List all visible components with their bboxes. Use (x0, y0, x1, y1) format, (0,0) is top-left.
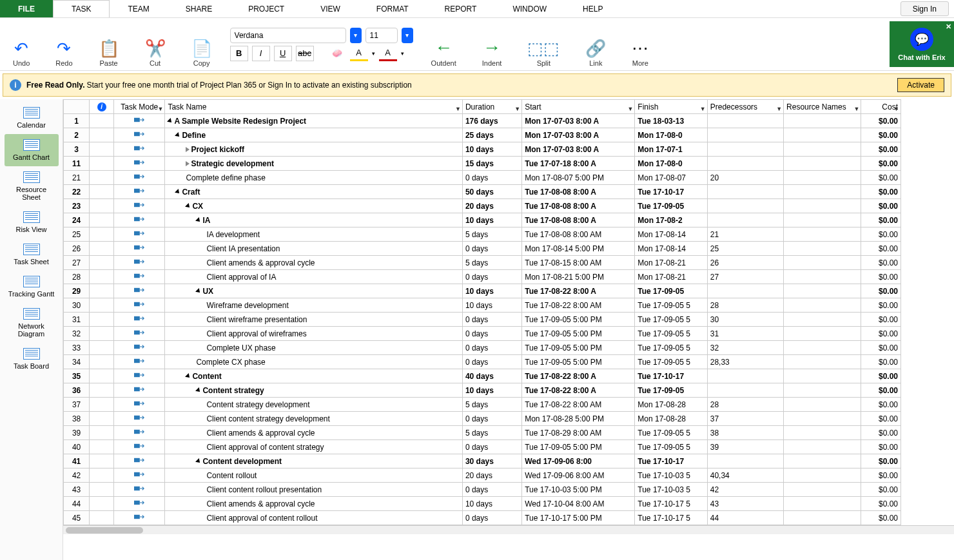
filter-icon[interactable]: ▼ (455, 106, 461, 112)
activate-button[interactable]: Activate (897, 78, 944, 92)
cell[interactable]: 33 (64, 341, 90, 355)
column-header[interactable]: Finish▼ (635, 100, 707, 114)
cell[interactable]: Mon 17-08-28 (635, 398, 707, 412)
cell[interactable]: Mon 17-08-28 5:00 PM (522, 412, 635, 426)
cell[interactable]: 30 (707, 313, 783, 327)
column-header[interactable]: i (90, 100, 114, 114)
font-size-select[interactable] (365, 28, 398, 43)
cell[interactable] (90, 242, 114, 256)
filter-icon[interactable]: ▼ (776, 106, 782, 112)
cell[interactable] (90, 313, 114, 327)
cell[interactable] (90, 213, 114, 227)
cell[interactable]: $0.00 (861, 341, 901, 355)
outdent-group[interactable]: ← Outdent (418, 21, 469, 67)
menu-help[interactable]: HELP (565, 0, 621, 17)
cell[interactable]: 5 days (462, 227, 521, 242)
task-table[interactable]: iTask Mode▼Task Name▼Duration▼Start▼Fini… (63, 99, 901, 525)
cell[interactable]: Mon 17-07-1 (635, 142, 707, 157)
cell[interactable]: 37 (64, 398, 90, 412)
cell[interactable]: Tue 17-08-08 8:00 A (522, 213, 635, 227)
cell[interactable]: Client content strategy development (165, 412, 463, 426)
cell[interactable] (707, 383, 783, 398)
cell[interactable] (784, 270, 861, 284)
cell[interactable]: 176 days (462, 114, 521, 128)
filter-icon[interactable]: ▼ (893, 106, 899, 112)
cell[interactable] (707, 157, 783, 171)
cell[interactable]: Wireframe development (165, 298, 463, 313)
cell[interactable]: Mon 17-08-0 (635, 128, 707, 142)
cell[interactable]: Mon 17-08-14 (635, 227, 707, 242)
cell[interactable]: $0.00 (861, 497, 901, 511)
cell[interactable] (90, 270, 114, 284)
cell[interactable]: Tue 17-10-17 5 (635, 497, 707, 511)
cell[interactable]: Mon 17-08-14 5:00 PM (522, 242, 635, 256)
cell[interactable]: 31 (707, 327, 783, 341)
cell[interactable]: 10 days (462, 298, 521, 313)
cell[interactable]: 10 days (462, 383, 521, 398)
cell[interactable] (784, 185, 861, 199)
table-row[interactable]: 33Complete UX phase0 daysTue 17-09-05 5:… (64, 341, 901, 355)
cell[interactable] (114, 142, 165, 157)
cell[interactable]: 5 days (462, 256, 521, 270)
cell[interactable] (784, 369, 861, 383)
cell[interactable]: Tue 17-09-05 5 (635, 313, 707, 327)
table-row[interactable]: 42Content rollout20 daysWed 17-09-06 8:0… (64, 468, 901, 483)
cell[interactable] (90, 327, 114, 341)
cell[interactable]: 42 (707, 483, 783, 497)
cell[interactable]: Client amends & approval cycle (165, 497, 463, 511)
cell[interactable]: Tue 17-09-05 5:00 PM (522, 341, 635, 355)
cell[interactable]: 37 (707, 412, 783, 426)
menu-share[interactable]: SHARE (168, 0, 230, 17)
cell[interactable]: Tue 17-09-05 (635, 284, 707, 298)
cell[interactable] (784, 468, 861, 483)
cell[interactable]: 25 days (462, 128, 521, 142)
menu-project[interactable]: PROJECT (230, 0, 302, 17)
collapse-icon[interactable] (195, 288, 202, 294)
cell[interactable] (114, 440, 165, 454)
cell[interactable]: Mon 17-08-21 (635, 256, 707, 270)
cell[interactable]: $0.00 (861, 355, 901, 369)
table-row[interactable]: 45Client approval of content rollout0 da… (64, 511, 901, 525)
column-header[interactable]: Task Name▼ (165, 100, 463, 114)
cell[interactable]: Tue 17-08-22 8:00 A (522, 369, 635, 383)
more-group[interactable]: ⋯ More (619, 21, 661, 67)
filter-icon[interactable]: ▼ (627, 106, 633, 112)
cell[interactable]: Complete UX phase (165, 341, 463, 355)
italic-button[interactable]: I (252, 46, 270, 61)
menu-format[interactable]: FORMAT (358, 0, 427, 17)
cell[interactable]: Tue 17-09-05 5:00 PM (522, 355, 635, 369)
cell[interactable]: Tue 17-08-22 8:00 AM (522, 398, 635, 412)
table-row[interactable]: 43Client content rollout presentation0 d… (64, 483, 901, 497)
table-row[interactable]: 38Client content strategy development0 d… (64, 412, 901, 426)
cell[interactable]: Tue 18-03-13 (635, 114, 707, 128)
cell[interactable] (90, 426, 114, 440)
cell[interactable] (707, 142, 783, 157)
cell[interactable]: 1 (64, 114, 90, 128)
cell[interactable] (784, 440, 861, 454)
cell[interactable]: 28,33 (707, 355, 783, 369)
expand-icon[interactable] (186, 147, 190, 152)
cell[interactable]: $0.00 (861, 284, 901, 298)
cell[interactable]: $0.00 (861, 313, 901, 327)
cell[interactable]: Strategic development (165, 157, 463, 171)
cell[interactable] (784, 483, 861, 497)
cell[interactable] (114, 398, 165, 412)
cell[interactable] (90, 511, 114, 525)
cell[interactable]: Client approval of IA (165, 270, 463, 284)
cell[interactable]: $0.00 (861, 171, 901, 185)
cell[interactable] (114, 355, 165, 369)
cell[interactable]: 40 (64, 440, 90, 454)
cell[interactable]: 39 (707, 440, 783, 454)
cell[interactable] (784, 341, 861, 355)
cell[interactable]: 20 days (462, 468, 521, 483)
cell[interactable]: Mon 17-07-03 8:00 A (522, 128, 635, 142)
cell[interactable] (90, 256, 114, 270)
cell[interactable]: 26 (707, 256, 783, 270)
table-row[interactable]: 35Content40 daysTue 17-08-22 8:00 ATue 1… (64, 369, 901, 383)
cell[interactable]: 32 (64, 327, 90, 341)
cell[interactable]: Tue 17-09-05 (635, 383, 707, 398)
cell[interactable]: 0 days (462, 242, 521, 256)
menu-task[interactable]: TASK (53, 0, 110, 17)
cell[interactable] (114, 128, 165, 142)
indent-group[interactable]: → Indent (469, 21, 515, 67)
